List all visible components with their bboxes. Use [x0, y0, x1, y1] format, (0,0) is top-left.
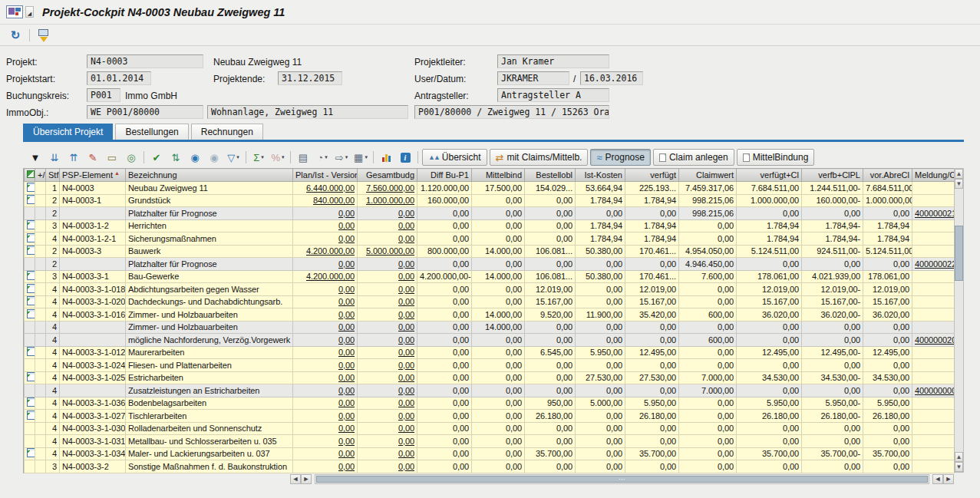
adresse-field[interactable]: P001/80000 / Zweigweg 11 / 15263 Oranien…: [414, 105, 609, 119]
table-row[interactable]: 3N4-0003-3-2Sonstige Maßnahmen f. d. Bau…: [25, 460, 955, 473]
cell-expand[interactable]: [35, 422, 46, 435]
scroll-up-button[interactable]: ▲: [955, 169, 963, 179]
graphic-button[interactable]: [377, 149, 395, 166]
cell-ges[interactable]: 0,00: [358, 371, 417, 384]
cell-plan[interactable]: 0,00: [293, 435, 358, 448]
wbs-document-icon[interactable]: [27, 448, 35, 457]
cell-select[interactable]: [25, 359, 35, 372]
cell-select[interactable]: [25, 182, 35, 195]
vertical-scroll-track[interactable]: [955, 189, 963, 452]
horizontal-scroll-thumb[interactable]: ⋯: [316, 476, 928, 483]
cell-plan[interactable]: 0,00: [293, 447, 358, 460]
wbs-document-icon[interactable]: [27, 347, 35, 356]
column-header-vorabrecl[interactable]: vor.AbreCl: [863, 169, 912, 182]
column-header-ges[interactable]: Gesamtbudg: [358, 169, 417, 182]
table-row[interactable]: 4N4-0003-1-2-1Sicherungsmaßnahmen0,000,0…: [25, 233, 955, 246]
column-header-claimwert[interactable]: Claimwert: [679, 169, 737, 182]
cell-ges[interactable]: 0,00: [358, 359, 417, 372]
cell-ges[interactable]: 0,00: [358, 283, 417, 296]
cell-ges[interactable]: 0,00: [358, 258, 417, 271]
cell-expand[interactable]: [35, 371, 46, 384]
projektleiter-field[interactable]: Jan Kramer: [497, 54, 609, 68]
cell-ges[interactable]: 0,00: [358, 384, 417, 397]
cell-plan[interactable]: 0,00: [293, 346, 358, 359]
column-header-plan[interactable]: Plan/Ist - Version: [293, 169, 358, 182]
worklist-monitor-button[interactable]: [35, 27, 52, 43]
horizontal-scroll-track[interactable]: ⋯: [315, 474, 929, 484]
cell-select[interactable]: [25, 321, 35, 334]
scroll-down-button[interactable]: ▼: [955, 179, 963, 189]
column-header-bestellobl[interactable]: Bestellobl: [525, 169, 576, 182]
wbs-document-icon[interactable]: [27, 411, 35, 420]
user-field[interactable]: JKRAMER: [497, 71, 569, 85]
claim-anlegen-button[interactable]: Claim anlegen: [653, 149, 734, 166]
cell-select[interactable]: [25, 194, 35, 207]
cell-ges[interactable]: 0,00: [358, 334, 417, 347]
cell-plan[interactable]: 0,00: [293, 384, 358, 397]
print-button[interactable]: ▤: [294, 149, 312, 166]
wbs-document-icon[interactable]: [27, 195, 35, 204]
cell-plan[interactable]: 4.200.000,00: [293, 245, 358, 258]
scroll-up-button-bottom[interactable]: ▲: [955, 452, 963, 462]
table-row[interactable]: 2N4-0003-3Bauwerk4.200.000,005.000.000,0…: [25, 245, 955, 258]
buchungskreis-field[interactable]: P001: [87, 88, 120, 102]
cell-expand[interactable]: [35, 334, 46, 347]
wbs-document-icon[interactable]: [27, 183, 35, 192]
cell-expand[interactable]: [35, 359, 46, 372]
cell-ges[interactable]: 0,00: [358, 295, 417, 308]
cell-meldung[interactable]: 400000000: [912, 384, 955, 397]
column-header-diff[interactable]: Diff Bu-P1: [417, 169, 472, 182]
cell-ges[interactable]: 0,00: [358, 270, 417, 283]
cell-expand[interactable]: [35, 233, 46, 246]
column-header-pm[interactable]: +/-: [35, 169, 46, 182]
cell-plan[interactable]: 0,00: [293, 410, 358, 423]
cell-expand[interactable]: [35, 460, 46, 473]
sort-button[interactable]: ⇅: [167, 149, 185, 166]
tab-bestellungen[interactable]: Bestellungen: [115, 124, 188, 140]
cell-ges[interactable]: 0,00: [358, 346, 417, 359]
column-header-verfbclpl[interactable]: verfb+ClPL: [802, 169, 863, 182]
cell-select[interactable]: [25, 346, 35, 359]
cell-select[interactable]: [25, 283, 35, 296]
table-row[interactable]: 4Zusatzleistungen an Estricharbeiten0,00…: [25, 384, 955, 397]
cell-plan[interactable]: 0,00: [293, 295, 358, 308]
cell-ges[interactable]: 1.000.000,00: [358, 194, 417, 207]
column-header-meldung[interactable]: Meldung/Cl: [912, 169, 955, 182]
cell-ges[interactable]: 0,00: [358, 219, 417, 233]
table-row[interactable]: 3N4-0003-3-1Bau-Gewerke4.200.000,000,004…: [25, 270, 955, 283]
cell-ges[interactable]: 0,00: [358, 460, 417, 473]
table-row[interactable]: 2Platzhalter für Prognose0,000,000,000,0…: [25, 258, 955, 271]
cell-ges[interactable]: 0,00: [358, 207, 417, 220]
mittelbindung-button[interactable]: MittelBindung: [737, 149, 815, 166]
projektstart-field[interactable]: 01.01.2014: [87, 71, 151, 85]
table-row[interactable]: 2N4-0003-1Grundstück840.000,001.000.000,…: [25, 194, 955, 207]
cell-ges[interactable]: 0,00: [358, 410, 417, 423]
cell-plan[interactable]: 0,00: [293, 321, 358, 334]
table-row[interactable]: 4N4-0003-3-1-027Tischlerarbeiten0,000,00…: [25, 410, 955, 423]
cell-expand[interactable]: [35, 321, 46, 334]
cell-plan[interactable]: 0,00: [293, 334, 358, 347]
cell-expand[interactable]: [35, 207, 46, 220]
prognose-button[interactable]: ≈Prognose: [590, 149, 651, 166]
cell-expand[interactable]: [35, 219, 46, 233]
cell-expand[interactable]: [35, 194, 46, 207]
cell-ges[interactable]: 7.560.000,00: [358, 182, 417, 195]
tab-rechnungen[interactable]: Rechnungen: [191, 124, 263, 140]
cell-plan[interactable]: 6.440.000,00: [293, 182, 358, 195]
table-row[interactable]: 4N4-0003-3-1-012Maurerarbeiten0,000,000,…: [25, 346, 955, 359]
views-button[interactable]: ◔▾: [313, 149, 332, 166]
find-next-button[interactable]: ◉: [205, 149, 223, 166]
table-row[interactable]: 4N4-0003-3-1-034Maler- und Lackierungsar…: [25, 447, 955, 460]
table-row[interactable]: 4N4-0003-3-1-030Rolladenarbeiten und Son…: [25, 422, 955, 435]
wbs-document-icon[interactable]: [27, 233, 35, 242]
table-row[interactable]: 2Platzhalter für Prognose0,000,000,000,0…: [25, 207, 955, 220]
cell-select[interactable]: [25, 447, 35, 460]
cell-select[interactable]: [25, 258, 35, 271]
wbs-document-icon[interactable]: [27, 372, 35, 381]
cell-plan[interactable]: 0,00: [293, 207, 358, 220]
expand-all-button[interactable]: ⇊: [45, 149, 64, 166]
cell-ges[interactable]: 0,00: [358, 447, 417, 460]
cell-select[interactable]: [25, 460, 35, 473]
cell-meldung[interactable]: 400000021: [912, 207, 955, 220]
cell-meldung[interactable]: 400000020: [912, 334, 955, 347]
